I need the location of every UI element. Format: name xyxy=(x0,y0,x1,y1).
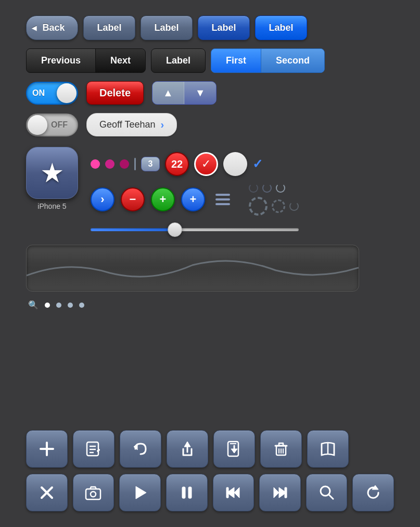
toggle-on-label: ON xyxy=(32,89,45,98)
blue-plus-button[interactable]: + xyxy=(181,187,205,211)
import-toolbar-button[interactable] xyxy=(213,430,255,468)
first-button[interactable]: First xyxy=(211,49,261,72)
svg-marker-9 xyxy=(231,449,237,453)
edit-toolbar-button[interactable] xyxy=(73,430,114,468)
play-toolbar-button[interactable] xyxy=(119,474,161,511)
skip-back-toolbar-button[interactable] xyxy=(213,474,254,511)
hamburger-line-2 xyxy=(215,198,230,200)
book-icon xyxy=(319,440,337,458)
spinners-area xyxy=(249,183,299,216)
camera-icon xyxy=(84,483,103,502)
edit-icon xyxy=(84,440,103,458)
page-dot-3[interactable] xyxy=(68,303,73,308)
control-row-3: ON Delete ▲ ▼ xyxy=(26,81,394,105)
svg-rect-26 xyxy=(188,487,192,498)
toggle-off[interactable]: OFF xyxy=(26,114,78,136)
star-icon: ★ xyxy=(40,157,65,189)
app-icon-label: iPhone 5 xyxy=(37,202,66,210)
search-toolbar-button[interactable] xyxy=(306,474,348,511)
badge-check: ✓ xyxy=(194,152,218,176)
dot-2 xyxy=(105,159,114,169)
next-button[interactable]: Next xyxy=(96,49,145,72)
icon-indicators-row: ★ iPhone 5 3 22 ✓ ✓ › − + + xyxy=(26,147,394,236)
control-row-4: OFF Geoff Teehan › xyxy=(26,113,394,136)
contact-button[interactable]: Geoff Teehan › xyxy=(86,113,177,136)
label-button-3[interactable]: Label xyxy=(198,16,250,40)
toggle-on-knob xyxy=(57,83,77,103)
spinner-medium-1 xyxy=(272,199,285,213)
page-dot-2[interactable] xyxy=(56,303,61,308)
pause-toolbar-button[interactable] xyxy=(166,474,208,511)
label-button-2[interactable]: Label xyxy=(141,16,193,40)
skip-forward-icon xyxy=(271,483,289,502)
page-dot-1[interactable] xyxy=(45,303,50,308)
undo-toolbar-button[interactable] xyxy=(120,430,161,468)
spinner-small-1 xyxy=(249,183,258,193)
prev-next-segment: Previous Next xyxy=(26,48,146,73)
second-button[interactable]: Second xyxy=(261,49,324,72)
app-icon: ★ xyxy=(26,147,78,199)
page-dot-4[interactable] xyxy=(79,303,84,308)
spinner-small-3 xyxy=(276,183,285,193)
camera-toolbar-button[interactable] xyxy=(73,474,114,511)
spinner-row-2 xyxy=(249,197,299,216)
trash-toolbar-button[interactable] xyxy=(260,430,302,468)
svg-rect-32 xyxy=(285,487,287,498)
svg-point-23 xyxy=(91,492,96,497)
arrow-right-button[interactable]: › xyxy=(91,187,114,211)
refresh-toolbar-button[interactable] xyxy=(352,474,394,511)
previous-button[interactable]: Previous xyxy=(27,49,96,72)
back-button[interactable]: Back xyxy=(26,16,78,40)
page-dots-row: 🔍 xyxy=(26,300,394,310)
badge-number: 3 xyxy=(141,157,160,171)
first-second-segment: First Second xyxy=(211,48,325,73)
undo-icon xyxy=(131,440,150,458)
skip-back-icon xyxy=(224,483,243,502)
down-arrow-button[interactable]: ▼ xyxy=(185,82,216,104)
share-icon xyxy=(178,440,197,458)
close-toolbar-button[interactable] xyxy=(26,474,68,511)
toggle-off-knob xyxy=(28,115,47,135)
play-icon xyxy=(131,483,149,502)
hamburger-line-3 xyxy=(215,203,230,205)
toolbar-row-2 xyxy=(26,474,394,511)
vertical-divider xyxy=(134,158,136,170)
slider-thumb[interactable] xyxy=(168,222,182,237)
svg-line-34 xyxy=(329,495,333,499)
svg-marker-28 xyxy=(234,487,239,498)
button-row-2: Previous Next Label First Second xyxy=(26,48,394,73)
toggle-off-label: OFF xyxy=(51,120,68,130)
add-toolbar-button[interactable] xyxy=(26,430,68,468)
svg-marker-24 xyxy=(136,486,146,499)
up-arrow-button[interactable]: ▲ xyxy=(152,82,184,104)
delete-button[interactable]: Delete xyxy=(86,81,144,105)
chevron-icon: › xyxy=(160,119,164,131)
toggle-on[interactable]: ON xyxy=(26,82,78,105)
green-plus-button[interactable]: + xyxy=(151,187,175,211)
spinner-small-2 xyxy=(262,183,272,193)
book-toolbar-button[interactable] xyxy=(307,430,349,468)
checkmark-blue-icon: ✓ xyxy=(252,157,263,171)
label-button-1[interactable]: Label xyxy=(83,16,135,40)
minus-button[interactable]: − xyxy=(121,187,145,211)
skip-forward-toolbar-button[interactable] xyxy=(259,474,301,511)
spinner-large-1 xyxy=(249,197,268,216)
badge-red-number: 22 xyxy=(165,152,189,176)
refresh-icon xyxy=(364,483,383,502)
badge-white xyxy=(223,152,247,176)
trash-icon xyxy=(272,440,290,458)
dot-indicators-row: 3 22 ✓ ✓ xyxy=(91,152,299,176)
up-down-control: ▲ ▼ xyxy=(152,81,217,105)
hamburger-line-1 xyxy=(215,194,230,196)
indicators-area: 3 22 ✓ ✓ › − + + xyxy=(91,147,299,236)
hamburger-menu[interactable] xyxy=(211,190,234,209)
svg-rect-25 xyxy=(182,487,185,498)
label-dark-button[interactable]: Label xyxy=(151,48,206,73)
waveform-display xyxy=(26,245,359,292)
share-toolbar-button[interactable] xyxy=(167,430,208,468)
search-icon xyxy=(317,483,336,502)
svg-rect-22 xyxy=(86,489,100,499)
svg-marker-31 xyxy=(274,487,279,498)
action-buttons-row: › − + + xyxy=(91,183,299,216)
label-button-4[interactable]: Label xyxy=(255,16,307,40)
